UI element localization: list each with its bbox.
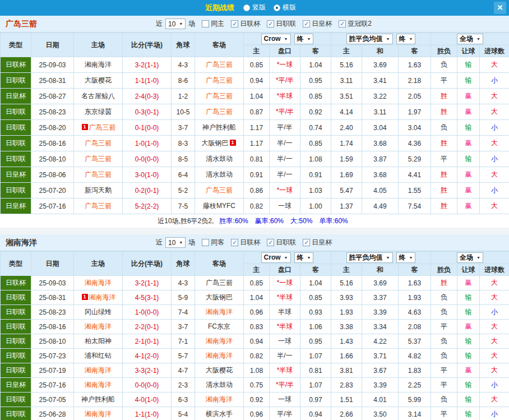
handicap-line-cell: 半球 [270,305,300,320]
competition-cell: 日联杯 [1,57,31,73]
goals-over-under-cell: 大 [480,320,509,334]
date-cell: 25-08-23 [31,305,74,320]
draw-odds-cell: 3.22 [362,89,399,104]
handicap-result-cell: 赢 [457,363,480,378]
home-team-cell: 东京绿茵 [74,104,123,120]
date-cell: 25-08-27 [31,89,74,104]
filter-checkbox[interactable]: 同主 [202,19,224,29]
away-win-odds-cell: 2.05 [399,89,431,104]
summary-prefix: 近10场,胜6平2负2, [158,217,214,225]
asian-home-odds-cell: 0.86 [244,183,270,199]
handicap-line-cell: *一球 [270,183,300,199]
goals-over-under-cell: 大 [480,199,509,214]
date-cell: 25-09-03 [31,276,74,290]
chevron-down-icon: ▼ [307,256,311,260]
filter-checkbox[interactable]: ✓亚冠联2 [339,19,372,29]
column-header: 客 [399,45,431,57]
bookmaker-select[interactable]: Crow▼ [261,34,291,44]
column-header: 日期 [31,252,74,276]
column-header: 日期 [31,33,74,57]
filter-checkbox[interactable]: ✓日职联 [267,238,296,247]
page-title: 近期战绩 [205,3,234,13]
asian-away-odds-cell: 0.85 [300,89,331,104]
team-name-text: 广岛三箭 [206,186,233,194]
bookmaker-select[interactable]: Crow▼ [261,252,291,263]
checkbox-checked-icon: ✓ [267,20,274,27]
chevron-down-icon: ▼ [386,256,390,260]
handicap-result-cell: 输 [457,378,480,393]
away-win-odds-cell: 1.55 [399,183,431,199]
filter-checkbox[interactable]: ✓日联杯 [231,238,260,247]
corners-cell: 6-4 [172,167,195,183]
score-cell: 5-2(2-2) [123,199,172,214]
draw-odds-cell: 4.49 [362,199,399,214]
layout-radio[interactable]: 横版 [274,3,296,12]
odds-time-select[interactable]: 终▼ [396,252,416,263]
score-cell: 1-0(0-0) [123,305,172,320]
away-win-odds-cell: 3.04 [399,120,431,136]
close-button[interactable]: ✕ [494,2,506,14]
filter-checkbox[interactable]: ✓日皇杯 [303,238,332,247]
filter-checkbox[interactable]: 同客 [202,238,224,247]
asian-home-odds-cell: 0.94 [244,334,270,349]
asian-away-odds-cell: 0.91 [300,167,331,183]
goals-over-under-cell: 小 [480,183,509,199]
odds-time-select[interactable]: 终▼ [396,34,416,44]
score-cell: 3-2(1-1) [123,276,172,290]
away-win-odds-cell: 5.37 [399,334,431,349]
filter-checkbox[interactable]: ✓日联杯 [231,19,260,29]
summary-stat: 大:50% [290,217,312,225]
chevron-down-icon: ▼ [386,37,390,41]
layout-radio[interactable]: 竖版 [243,3,266,12]
column-header: 和 [362,45,399,57]
home-win-odds-cell: 3.81 [331,363,362,378]
home-win-odds-cell: 1.37 [331,199,362,214]
europe-mean-select[interactable]: 胜平负均值▼ [346,252,393,263]
checkbox-label: 日皇杯 [312,19,332,29]
corners-cell: 8-3 [172,136,195,151]
home-win-odds-cell: 2.83 [331,378,362,393]
corners-cell: 5-2 [172,183,195,199]
asian-away-odds-cell: 0.94 [300,407,331,420]
goals-over-under-cell: 小 [480,305,509,320]
chevron-down-icon: ▼ [409,256,413,260]
handicap-line-cell: 半/一 [270,151,300,167]
match-row: 日职联25-07-19湘南海洋3-3(2-1)4-7大阪樱花1.08*半球0.8… [1,363,509,378]
odds-time-select[interactable]: 终▼ [294,252,314,263]
match-scope-select[interactable]: 全场▼ [457,34,483,44]
team-section: 湘南海洋近10▼场同客✓日联杯✓日职联✓日皇杯类型日期主场比分(半场)角球客场C… [0,234,509,420]
match-count-select[interactable]: 10▼ [165,19,186,29]
team-name-text: 湘南海洋 [85,322,112,330]
result-cell: 胜 [431,104,457,120]
handicap-result-cell: 赢 [457,104,480,120]
match-scope-select[interactable]: 全场▼ [457,252,483,263]
home-win-odds-cell: 4.14 [331,104,362,120]
filter-checkbox[interactable]: ✓日皇杯 [303,19,332,29]
europe-mean-select[interactable]: 胜平负均值▼ [346,34,393,44]
date-cell: 25-08-16 [31,320,74,334]
team-name-text: 湘南海洋 [206,337,233,345]
section-team-name: 广岛三箭 [6,19,156,29]
score-cell: 4-0(1-0) [123,393,172,407]
asian-home-odds-cell: 0.91 [244,167,270,183]
filter-checkbox[interactable]: ✓日职联 [267,19,296,29]
corners-cell: 4-3 [172,276,195,290]
select-value: Crow [264,253,281,261]
match-row: 日职联25-06-28湘南海洋1-1(1-0)5-4横滨水手0.96平/半0.9… [1,407,509,420]
odds-time-select[interactable]: 终▼ [294,34,314,44]
goals-over-under-cell: 大 [480,393,509,407]
result-cell: 平 [431,73,457,89]
home-team-cell: 新泻天鹅 [74,183,123,199]
asian-away-odds-cell: 0.74 [300,120,331,136]
match-count-select[interactable]: 10▼ [165,237,186,248]
match-row: 日皇杯25-07-16湘南海洋0-0(0-0)2-3清水鼓动0.75*平/半1.… [1,378,509,393]
section-header: 湘南海洋近10▼场同客✓日联杯✓日职联✓日皇杯 [0,234,509,251]
draw-odds-cell: 3.04 [362,120,399,136]
column-header: 类型 [1,252,31,276]
date-cell: 25-08-16 [31,136,74,151]
checkbox-label: 同主 [211,19,224,29]
column-header: 客场 [195,33,244,57]
corners-cell: 6-3 [172,393,195,407]
column-header: 主 [244,264,270,276]
asian-home-odds-cell: 0.75 [244,378,270,393]
